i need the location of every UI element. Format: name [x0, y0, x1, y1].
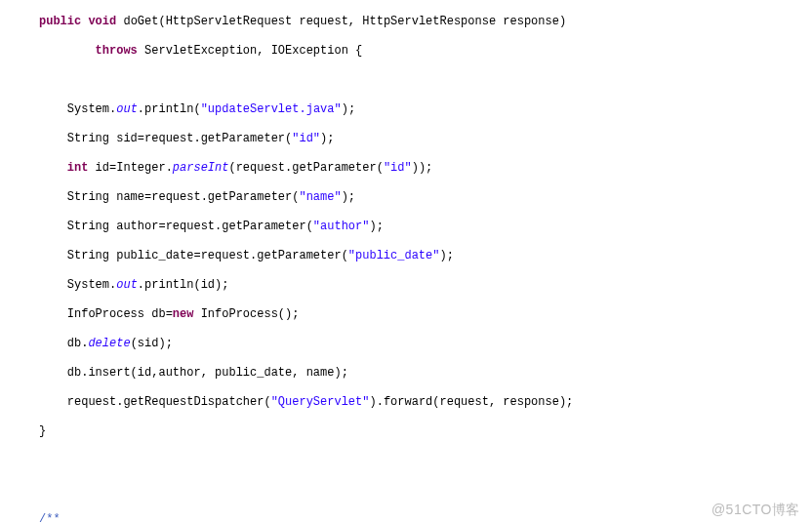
text: request.getRequestDispatcher(	[67, 395, 271, 409]
string-literal: "id"	[292, 132, 320, 145]
text: doGet(HttpServletRequest request, HttpSe…	[116, 15, 566, 28]
text: db.insert(id,author, public_date, name);	[67, 366, 348, 380]
text: String public_date=request.getParameter(	[67, 249, 348, 262]
static-field: out	[116, 278, 138, 292]
string-literal: "author"	[313, 220, 370, 233]
code-line: InfoProcess db=new InfoProcess();	[29, 307, 812, 322]
text: );	[369, 220, 383, 233]
text: System.	[67, 102, 116, 116]
watermark: @51CTO博客	[711, 503, 800, 517]
method-italic: delete	[88, 337, 130, 350]
text: .println(	[138, 102, 201, 116]
text: );	[439, 249, 453, 262]
code-line: }	[29, 424, 812, 439]
text: String sid=request.getParameter(	[67, 132, 292, 145]
text: InfoProcess db=	[67, 307, 173, 321]
string-literal: "id"	[384, 161, 412, 175]
text: /**	[39, 512, 61, 523]
text: );	[320, 132, 334, 145]
text: db.	[67, 337, 89, 350]
string-literal: "QueryServlet"	[271, 395, 370, 409]
text: id=Integer.	[88, 161, 172, 175]
code-line	[29, 454, 812, 468]
code-line: db.insert(id,author, public_date, name);	[29, 366, 812, 381]
code-line: String public_date=request.getParameter(…	[29, 249, 812, 263]
text: (sid);	[131, 337, 173, 350]
code-line: String name=request.getParameter("name")…	[29, 190, 812, 205]
code-line: String author=request.getParameter("auth…	[29, 220, 812, 234]
text: (request.getParameter(	[228, 161, 383, 175]
text: );	[342, 190, 355, 204]
text: );	[342, 102, 355, 116]
static-field: out	[116, 102, 138, 116]
code-line: System.out.println("updateServlet.java")…	[29, 102, 812, 117]
text: ).forward(request, response);	[369, 395, 573, 409]
code-line: throws ServletException, IOException {	[29, 44, 812, 59]
static-method: parseInt	[173, 161, 229, 175]
keyword-int: int	[67, 161, 89, 175]
keyword-public: public	[39, 15, 81, 28]
text: String name=request.getParameter(	[67, 190, 300, 204]
code-line	[29, 73, 812, 88]
keyword-new: new	[173, 307, 194, 321]
code-line: request.getRequestDispatcher("QueryServl…	[29, 395, 812, 410]
code-line: db.delete(sid);	[29, 337, 812, 351]
string-literal: "name"	[299, 190, 341, 204]
code-line: String sid=request.getParameter("id");	[29, 132, 812, 146]
code-line	[29, 483, 812, 498]
string-literal: "updateServlet.java"	[201, 102, 342, 116]
code-editor[interactable]: public void doGet(HttpServletRequest req…	[0, 0, 812, 523]
text: String author=request.getParameter(	[67, 220, 313, 233]
code-line: int id=Integer.parseInt(request.getParam…	[29, 161, 812, 176]
keyword-void: void	[88, 15, 116, 28]
text: System.	[67, 278, 116, 292]
text: ));	[412, 161, 433, 175]
string-literal: "public_date"	[348, 249, 440, 262]
code-line: public void doGet(HttpServletRequest req…	[29, 15, 812, 29]
keyword-throws: throws	[96, 44, 138, 58]
code-line: System.out.println(id);	[29, 278, 812, 293]
text: .println(id);	[138, 278, 229, 292]
text: }	[39, 424, 46, 438]
text: ServletException, IOException {	[138, 44, 362, 58]
javadoc-line: /**	[29, 512, 812, 523]
text: InfoProcess();	[193, 307, 299, 321]
